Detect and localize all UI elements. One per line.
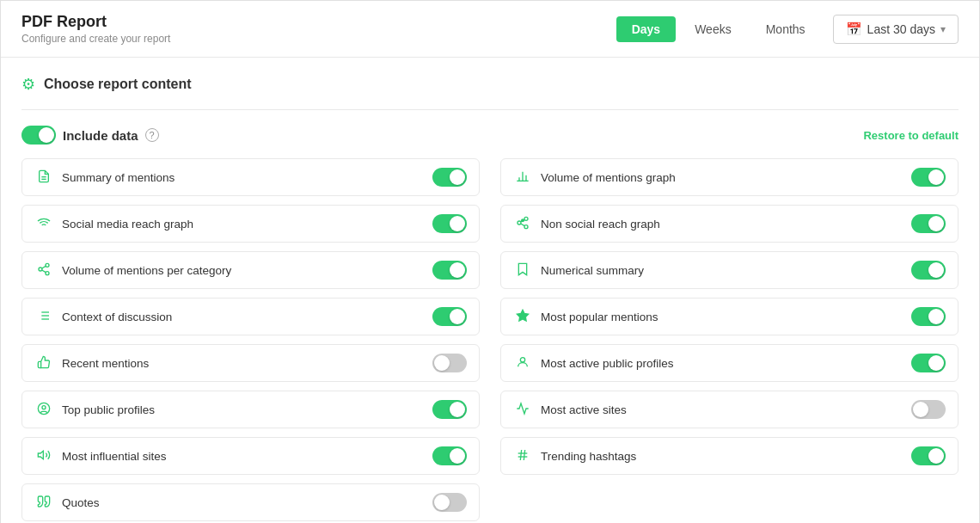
gear-icon: ⚙ bbox=[21, 75, 35, 94]
list-item: Recent mentions bbox=[21, 344, 480, 382]
toggle-quote-icon[interactable] bbox=[432, 493, 467, 512]
network-icon bbox=[513, 216, 532, 232]
toggle-profile-icon[interactable] bbox=[432, 400, 467, 419]
help-icon[interactable]: ? bbox=[145, 128, 159, 142]
toggle-network-icon[interactable] bbox=[911, 214, 946, 233]
list-icon bbox=[34, 309, 53, 325]
person-icon bbox=[513, 355, 532, 372]
list-item: Context of discussion bbox=[21, 298, 480, 335]
weeks-button[interactable]: Weeks bbox=[679, 16, 747, 42]
list-item: Most active sites bbox=[500, 391, 959, 428]
toggle-wifi-icon[interactable] bbox=[432, 214, 467, 233]
restore-default-link[interactable]: Restore to default bbox=[863, 129, 959, 142]
header-controls: Days Weeks Months 📅 Last 30 days ▾ bbox=[616, 15, 959, 44]
bookmark-icon bbox=[513, 262, 532, 279]
toggle-list-icon[interactable] bbox=[432, 307, 467, 326]
quote-icon bbox=[34, 495, 53, 511]
section-header: ⚙ Choose report content bbox=[21, 75, 959, 94]
thumb-icon bbox=[34, 355, 53, 372]
include-data-toggle[interactable] bbox=[21, 126, 56, 145]
header: PDF Report Configure and create your rep… bbox=[1, 1, 979, 58]
toggle-doc-icon[interactable] bbox=[432, 168, 467, 187]
svg-point-26 bbox=[520, 357, 524, 361]
svg-point-14 bbox=[39, 268, 42, 271]
svg-point-15 bbox=[46, 271, 49, 274]
svg-marker-29 bbox=[38, 451, 43, 458]
hash-icon bbox=[513, 448, 532, 465]
page-title: PDF Report bbox=[21, 13, 170, 31]
section-divider bbox=[21, 109, 959, 110]
list-item: Quotes bbox=[21, 483, 480, 521]
list-item: Non social reach graph bbox=[500, 205, 959, 243]
share-icon bbox=[34, 262, 53, 279]
toggle-megaphone-icon[interactable] bbox=[432, 446, 467, 465]
list-item: Summary of mentions bbox=[21, 158, 480, 196]
list-item: Social media reach graph bbox=[21, 205, 480, 243]
svg-point-12 bbox=[522, 219, 524, 222]
svg-line-32 bbox=[520, 450, 521, 460]
svg-line-16 bbox=[42, 270, 46, 273]
months-button[interactable]: Months bbox=[750, 16, 821, 42]
list-item: Volume of mentions per category bbox=[21, 251, 480, 289]
star-icon bbox=[513, 309, 532, 325]
svg-point-13 bbox=[46, 263, 49, 267]
days-button[interactable]: Days bbox=[616, 16, 676, 42]
trend-icon bbox=[513, 402, 532, 418]
profile-icon bbox=[34, 402, 53, 418]
svg-line-33 bbox=[524, 450, 524, 460]
megaphone-icon bbox=[34, 448, 53, 465]
include-data-left: Include data ? bbox=[21, 126, 159, 145]
toggle-thumb-icon[interactable] bbox=[432, 354, 467, 372]
list-item: Trending hashtags bbox=[500, 437, 959, 475]
include-data-label: Include data bbox=[63, 128, 138, 143]
content-area: ⚙ Choose report content Include data ? R… bbox=[1, 58, 979, 523]
page-subtitle: Configure and create your report bbox=[21, 33, 170, 45]
toggle-share-icon[interactable] bbox=[432, 261, 467, 280]
items-grid: Summary of mentions Volume of mentions g… bbox=[21, 158, 959, 521]
doc-icon bbox=[34, 169, 53, 186]
svg-point-8 bbox=[518, 221, 521, 225]
list-item: Most active public profiles bbox=[500, 344, 959, 382]
bar-icon bbox=[513, 169, 532, 186]
wifi-icon bbox=[34, 216, 53, 232]
svg-point-9 bbox=[524, 225, 528, 228]
page-wrapper: PDF Report Configure and create your rep… bbox=[0, 0, 980, 523]
chevron-down-icon: ▾ bbox=[940, 23, 946, 35]
list-item: Most influential sites bbox=[21, 437, 480, 475]
svg-marker-18 bbox=[518, 263, 526, 274]
svg-line-10 bbox=[521, 224, 525, 226]
toggle-trend-icon[interactable] bbox=[911, 400, 946, 419]
list-item: Top public profiles bbox=[21, 391, 480, 428]
svg-marker-25 bbox=[517, 310, 528, 321]
section-title: Choose report content bbox=[44, 77, 192, 92]
list-item: Most popular mentions bbox=[500, 298, 959, 335]
toggle-person-icon[interactable] bbox=[911, 354, 946, 372]
date-range-label: Last 30 days bbox=[867, 22, 935, 36]
toggle-hash-icon[interactable] bbox=[911, 446, 946, 465]
toggle-bar-icon[interactable] bbox=[911, 168, 946, 187]
svg-point-28 bbox=[42, 405, 46, 409]
svg-point-7 bbox=[524, 217, 528, 220]
toggle-star-icon[interactable] bbox=[911, 307, 946, 326]
list-item: Volume of mentions graph bbox=[500, 158, 959, 196]
header-left: PDF Report Configure and create your rep… bbox=[21, 13, 170, 45]
calendar-icon: 📅 bbox=[846, 22, 862, 37]
date-range-dropdown[interactable]: 📅 Last 30 days ▾ bbox=[833, 15, 959, 44]
toggle-bookmark-icon[interactable] bbox=[911, 261, 946, 280]
include-data-row: Include data ? Restore to default bbox=[21, 126, 959, 145]
list-item: Numerical summary bbox=[500, 251, 959, 289]
svg-line-17 bbox=[42, 266, 46, 268]
